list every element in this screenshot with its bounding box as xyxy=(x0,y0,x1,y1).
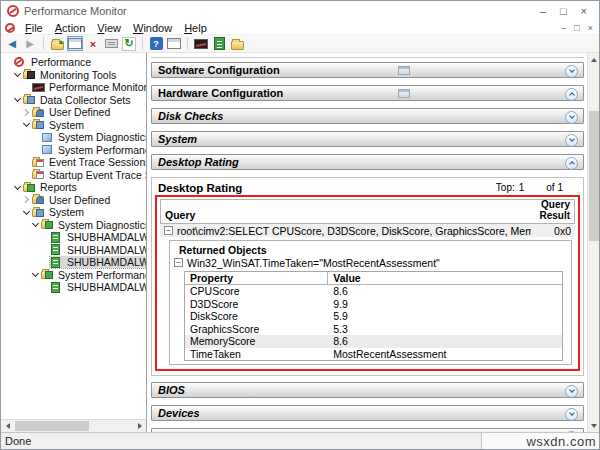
folder-system-icon xyxy=(32,207,45,218)
tree-item-reports[interactable]: Reports xyxy=(1,181,146,194)
selected-highlight: SHUBHAMDALWANI_20 xyxy=(50,256,146,268)
top-label: Top: xyxy=(496,182,515,193)
menu-view[interactable]: View xyxy=(91,22,127,34)
collapse-section-button[interactable] xyxy=(565,385,578,398)
table-row: DiskScore 5.9 xyxy=(185,310,562,323)
query-text: root\cimv2:SELECT CPUScore, D3DScore, Di… xyxy=(177,225,531,237)
chevron-expanded-icon[interactable] xyxy=(31,220,40,229)
latest-report-icon[interactable] xyxy=(211,36,227,51)
tree-item-event-trace-sessions[interactable]: Event Trace Sessions xyxy=(1,156,146,169)
export-list-icon[interactable] xyxy=(103,36,119,51)
tree-item-report-1[interactable]: SHUBHAMDALWANI_20 xyxy=(1,231,146,244)
collapse-section-button[interactable] xyxy=(565,408,578,421)
open-folder-icon[interactable] xyxy=(229,36,245,51)
window-pane-icon[interactable] xyxy=(166,36,182,51)
query-row[interactable]: − root\cimv2:SELECT CPUScore, D3DScore, … xyxy=(160,224,575,237)
tree-item-reports-system[interactable]: System xyxy=(1,206,146,219)
report-vertical-scrollbar[interactable] xyxy=(587,53,599,432)
collapse-icon[interactable]: − xyxy=(174,258,183,267)
tree-item-reports-user-defined[interactable]: User Defined xyxy=(1,194,146,207)
tree-item-monitoring-tools[interactable]: Monitoring Tools xyxy=(1,69,146,82)
tree-item-data-collector-sets[interactable]: Data Collector Sets xyxy=(1,94,146,107)
forward-icon[interactable]: ▶ xyxy=(22,36,38,51)
scrollbar-thumb[interactable] xyxy=(589,111,599,241)
collapse-section-button[interactable] xyxy=(565,134,578,147)
scroll-left-icon[interactable] xyxy=(1,420,14,432)
collapse-icon[interactable]: − xyxy=(164,226,173,235)
mdi-window-controls: – □ × xyxy=(561,23,599,33)
window-title: Performance Monitor xyxy=(24,5,540,17)
status-text: Done xyxy=(1,435,481,447)
menu-file[interactable]: File xyxy=(19,22,49,34)
close-button[interactable]: × xyxy=(581,5,587,17)
tree-item-system[interactable]: System xyxy=(1,119,146,132)
folder-up-icon[interactable]: ▲ xyxy=(49,36,65,51)
back-icon[interactable]: ◀ xyxy=(4,36,20,51)
table-row: D3DScore 9.9 xyxy=(185,298,562,311)
mdi-restore-button[interactable]: □ xyxy=(574,23,579,33)
section-header-disk-checks[interactable]: Disk Checks xyxy=(151,108,584,124)
chevron-expanded-icon[interactable] xyxy=(22,208,31,217)
refresh-icon[interactable]: ↻ xyxy=(121,36,137,51)
chevron-collapsed-icon[interactable] xyxy=(22,108,31,117)
performance-monitor-window: Performance Monitor – □ × File Action Vi… xyxy=(0,0,600,450)
tree-item-user-defined[interactable]: User Defined xyxy=(1,106,146,119)
chevron-expanded-icon[interactable] xyxy=(31,270,40,279)
tree-item-reports-system-diagnostics[interactable]: System Diagnostics xyxy=(1,219,146,232)
delete-icon[interactable]: × xyxy=(85,36,101,51)
mdi-minimize-button[interactable]: – xyxy=(561,23,566,33)
collapse-section-button[interactable] xyxy=(565,431,578,433)
scroll-down-icon[interactable] xyxy=(588,419,599,432)
table-row: CPUScore 8.6 xyxy=(185,285,562,298)
scroll-right-icon[interactable] xyxy=(133,420,146,432)
object-row[interactable]: − Win32_WinSAT.TimeTaken="MostRecentAsse… xyxy=(170,256,571,269)
chevron-expanded-icon[interactable] xyxy=(13,95,22,104)
report-green-icon xyxy=(50,282,63,293)
mdi-close-button[interactable]: × xyxy=(588,23,593,33)
tree-item-performance[interactable]: Performance xyxy=(1,56,146,69)
tree-item-system-diagnostics[interactable]: System Diagnostics xyxy=(1,131,146,144)
tree-item-report-3-selected[interactable]: SHUBHAMDALWANI_20 xyxy=(1,256,146,269)
section-header-cpu[interactable]: CPU xyxy=(151,428,584,432)
tree-item-startup-event-trace-sessions[interactable]: Startup Event Trace Sessions xyxy=(1,169,146,182)
tree-item-performance-monitor[interactable]: Performance Monitor xyxy=(1,81,146,94)
chevron-expanded-icon[interactable] xyxy=(13,183,22,192)
menu-action[interactable]: Action xyxy=(49,22,92,34)
returned-objects-label: Returned Objects xyxy=(170,243,571,256)
main-content: Performance Monitoring Tools Performance… xyxy=(1,53,599,432)
collapse-section-button[interactable] xyxy=(565,65,578,78)
query-result-value: 0x0 xyxy=(531,225,571,237)
scroll-up-icon[interactable] xyxy=(588,53,599,66)
collapse-section-button[interactable] xyxy=(565,111,578,124)
report-panel: Software Configuration Hardware Configur… xyxy=(147,53,599,432)
tree-item-system-performance[interactable]: System Performance xyxy=(1,144,146,157)
top-value[interactable]: 1 xyxy=(519,182,525,193)
chevron-expanded-icon[interactable] xyxy=(13,70,22,79)
tree-horizontal-scrollbar[interactable] xyxy=(1,419,146,432)
tree-item-reports-system-performance[interactable]: System Performance xyxy=(1,269,146,282)
query-result-column-header: Query Result xyxy=(528,200,570,221)
section-header-hardware-configuration[interactable]: Hardware Configuration xyxy=(151,85,584,101)
expand-section-button[interactable] xyxy=(565,88,578,101)
maximize-button[interactable]: □ xyxy=(560,5,567,17)
section-header-software-configuration[interactable]: Software Configuration xyxy=(151,62,584,78)
folder-report-icon xyxy=(41,219,54,230)
console-tree-toggle-icon[interactable] xyxy=(67,36,83,51)
section-header-desktop-rating[interactable]: Desktop Rating xyxy=(151,154,584,170)
tree-item-report-2[interactable]: SHUBHAMDALWANI_20 xyxy=(1,244,146,257)
section-header-system[interactable]: System xyxy=(151,131,584,147)
minimize-button[interactable]: – xyxy=(540,5,546,17)
menu-window[interactable]: Window xyxy=(127,22,178,34)
scrollbar-thumb[interactable] xyxy=(15,421,89,431)
help-icon[interactable]: ? xyxy=(148,36,164,51)
section-header-bios[interactable]: BIOS xyxy=(151,382,584,398)
perfmon-app-icon-small xyxy=(5,23,15,33)
monitor-view-icon[interactable] xyxy=(193,36,209,51)
object-label: Win32_WinSAT.TimeTaken="MostRecentAssess… xyxy=(187,257,440,269)
menu-help[interactable]: Help xyxy=(178,22,213,34)
tree-item-report-4[interactable]: SHUBHAMDALWANI_20 xyxy=(1,281,146,294)
chevron-collapsed-icon[interactable] xyxy=(22,195,31,204)
chevron-expanded-icon[interactable] xyxy=(22,120,31,129)
expand-section-button[interactable] xyxy=(565,157,578,170)
section-header-devices[interactable]: Devices xyxy=(151,405,584,421)
